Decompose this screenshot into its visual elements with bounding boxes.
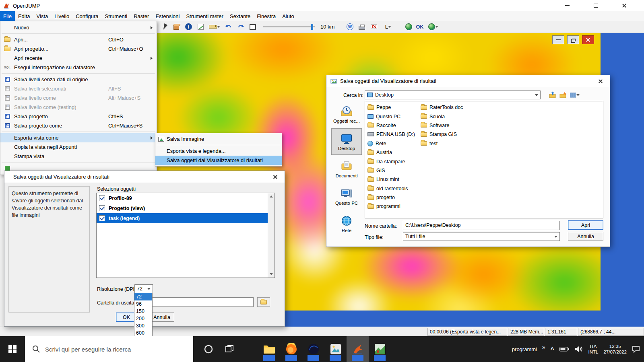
menu-item-datastore-query[interactable]: SQLEsegui interrogazione su datastore xyxy=(0,63,157,72)
submenu-item-salva-immagine[interactable]: Salva Immagine xyxy=(155,134,282,144)
file-item[interactable]: Rete xyxy=(367,139,418,148)
taskbar-openjump-button[interactable] xyxy=(347,336,369,362)
file-item[interactable]: Linux mint xyxy=(367,175,418,184)
edit-tool-button[interactable] xyxy=(196,22,205,32)
undo-button[interactable] xyxy=(224,22,233,32)
dpi-option[interactable]: 72 xyxy=(134,293,152,300)
place-network[interactable]: Rete xyxy=(331,210,362,237)
file-item[interactable]: Scuola xyxy=(421,112,471,121)
submenu-item-esporta-vista-legenda[interactable]: Esporta vista e legenda... xyxy=(155,146,282,156)
file-item[interactable]: Da stampare xyxy=(367,157,418,166)
menu-configura[interactable]: Configura xyxy=(72,11,101,21)
scroll-up-button[interactable] xyxy=(268,193,274,200)
menu-strumenti-raster[interactable]: Strumenti raster xyxy=(183,11,226,21)
zoom-slider[interactable] xyxy=(263,26,315,27)
layer-menu-button[interactable]: L xyxy=(381,22,395,32)
file-chooser-close-button[interactable] xyxy=(595,79,606,84)
file-item[interactable]: Stampa GIS xyxy=(421,130,471,139)
window-close-button[interactable] xyxy=(617,0,631,11)
up-one-level-button[interactable] xyxy=(548,90,557,99)
cancel-button[interactable]: Annulla xyxy=(149,313,174,322)
menu-item-stampa-vista[interactable]: Stampa vista xyxy=(0,152,157,161)
look-in-combo[interactable]: Desktop xyxy=(365,90,541,99)
measure-tool-button[interactable] xyxy=(208,22,221,32)
menu-item-apri-progetto[interactable]: Apri progetto...Ctrl+Maiusc+O xyxy=(0,44,157,53)
cancel-button[interactable]: Annulla xyxy=(568,232,603,241)
3d-tool-button[interactable] xyxy=(171,22,181,32)
menu-item-salva-livelli-selezionati[interactable]: Salva livelli selezionatiAlt+S xyxy=(0,84,157,93)
file-item[interactable]: Austria xyxy=(367,148,418,157)
browse-folder-button[interactable] xyxy=(257,297,270,307)
new-folder-button[interactable] xyxy=(558,90,568,99)
print-button[interactable] xyxy=(357,22,367,32)
file-item[interactable]: RaterTools doc xyxy=(421,103,471,112)
menu-vista[interactable]: Vista xyxy=(33,11,52,21)
scroll-down-button[interactable] xyxy=(268,271,274,277)
object-row-selected[interactable]: task (legend) xyxy=(97,213,268,223)
plugin-dialog-close-button[interactable] xyxy=(270,175,281,179)
tray-chevron-icon[interactable]: ^ xyxy=(551,346,554,353)
open-button[interactable]: Apri xyxy=(568,220,603,230)
start-button[interactable] xyxy=(0,336,25,362)
menu-item-salva-livello-come[interactable]: Salva livello comeAlt+Maiusc+S xyxy=(0,93,157,103)
checkbox-checked-icon[interactable] xyxy=(99,195,105,201)
checkbox-checked-icon[interactable] xyxy=(99,205,105,211)
file-item[interactable]: Peppe xyxy=(367,103,418,112)
zoom-slider-thumb[interactable] xyxy=(311,24,313,30)
file-item[interactable]: test xyxy=(421,139,471,148)
map-close-button[interactable] xyxy=(582,35,594,44)
map-restore-button[interactable] xyxy=(567,35,579,44)
object-row[interactable]: Progetto (view) xyxy=(97,203,268,213)
language-indicator[interactable]: ITA INTL xyxy=(588,343,599,355)
object-row[interactable]: Profilo-89 xyxy=(97,193,268,203)
file-item[interactable]: programmi xyxy=(367,202,418,211)
map-minimize-button[interactable] xyxy=(552,35,564,44)
new-view-button[interactable] xyxy=(248,22,258,32)
taskbar-photos-button[interactable] xyxy=(324,336,347,362)
checkbox-checked-icon[interactable] xyxy=(99,215,105,221)
task-view-button[interactable] xyxy=(219,336,240,362)
dpi-option[interactable]: 300 xyxy=(134,322,152,329)
menu-item-apri-recente[interactable]: Apri recente xyxy=(0,53,157,63)
window-minimize-button[interactable] xyxy=(560,0,574,11)
submenu-item-salva-oggetti[interactable]: Salva oggetti dal Visualizzatore di risu… xyxy=(155,156,282,165)
file-item[interactable]: progetto xyxy=(367,193,418,202)
file-item[interactable]: Raccolte xyxy=(367,121,418,130)
menu-aiuto[interactable]: Aiuto xyxy=(279,11,297,21)
taskbar-firefox-button[interactable] xyxy=(280,336,302,362)
menu-item-salva-progetto-come[interactable]: Salva progetto comeCtrl+Maiusc+S xyxy=(0,121,157,130)
remove-layer-button[interactable] xyxy=(369,22,379,32)
place-recent[interactable]: Oggetti rec... xyxy=(331,101,362,128)
menu-item-salva-livello-testing[interactable]: Salva livello come (testing) xyxy=(0,103,157,112)
menu-item-salva-livelli-senza-dati[interactable]: Salva livelli senza dati di origine xyxy=(0,75,157,84)
file-item[interactable]: Questo PC xyxy=(367,112,418,121)
menu-estensioni[interactable]: Estensioni xyxy=(152,11,183,21)
menu-item-salva-progetto[interactable]: Salva progettoCtrl+S xyxy=(0,112,157,121)
redo-button[interactable] xyxy=(236,22,246,32)
feature-info-button[interactable]: i xyxy=(184,22,193,32)
folder-name-input[interactable]: C:\Users\Peppe\Desktop xyxy=(403,221,560,230)
file-item[interactable]: old rastertools xyxy=(367,184,418,193)
action-center-icon[interactable] xyxy=(632,346,640,353)
tray-programs-label[interactable]: programmi xyxy=(512,346,537,352)
dpi-option[interactable]: 150 xyxy=(134,308,152,315)
tray-overflow-icon[interactable]: » xyxy=(542,344,545,350)
window-maximize-button[interactable] xyxy=(589,0,603,11)
place-this-pc[interactable]: Questo PC xyxy=(331,183,362,210)
speaker-icon[interactable] xyxy=(574,346,583,352)
cortana-button[interactable] xyxy=(198,336,219,362)
geo-ok-button[interactable] xyxy=(404,22,413,32)
taskbar-dark-app-button[interactable] xyxy=(302,336,324,362)
scrollbar[interactable] xyxy=(268,193,275,278)
file-item[interactable]: Software xyxy=(421,121,471,130)
geo-menu-button[interactable] xyxy=(426,22,440,32)
menu-file[interactable]: File xyxy=(0,11,15,21)
battery-icon[interactable] xyxy=(559,347,569,352)
clock[interactable]: 12:35 27/07/2022 xyxy=(603,343,627,355)
wms-button[interactable]: W xyxy=(345,22,355,32)
dpi-option[interactable]: 96 xyxy=(134,300,152,308)
menu-item-copia-vista[interactable]: Copia la vista negli Appunti xyxy=(0,142,157,152)
menu-item-esporta-vista-come[interactable]: Esporta vista come xyxy=(0,133,157,142)
menu-edita[interactable]: Edita xyxy=(15,11,33,21)
file-item[interactable]: PENNA USB (D:) xyxy=(367,130,418,139)
